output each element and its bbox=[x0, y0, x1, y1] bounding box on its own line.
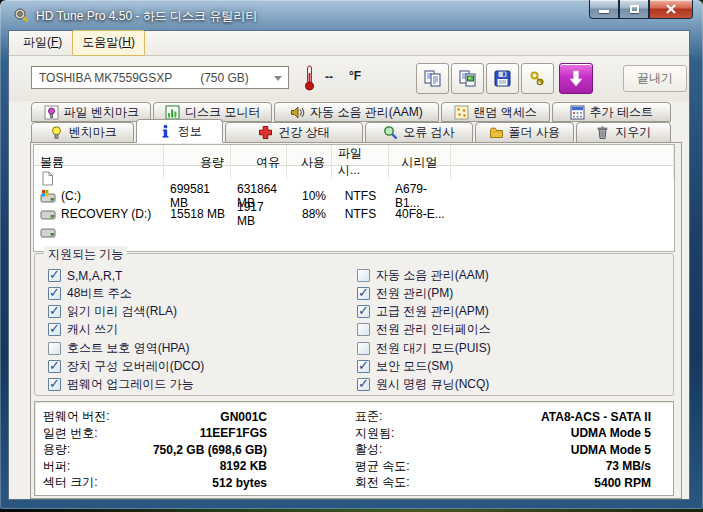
volumes-table-header: 볼륨 용량 여유 사용 파일 시... 시리얼 bbox=[34, 145, 674, 166]
checkbox[interactable] bbox=[357, 342, 370, 355]
feature-sm: 보안 모드(SM) bbox=[357, 359, 657, 374]
tab-benchmark[interactable]: 벤치마크 bbox=[31, 122, 134, 143]
details-right-column: 표준:ATA8-ACS - SATA II 지원됨:UDMA Mode 5 활성… bbox=[355, 409, 651, 490]
feature-apm: 고급 전원 관리(APM) bbox=[357, 304, 657, 319]
copy-text-button[interactable] bbox=[416, 63, 449, 94]
detail-rotation-speed: 회전 속도:5400 RPM bbox=[355, 475, 651, 490]
minimize-icon bbox=[599, 10, 609, 13]
toolbar: TOSHIBA MK7559GSXP (750 GB) -- °F bbox=[9, 57, 689, 101]
detail-average-speed: 평균 속도:73 MB/s bbox=[355, 459, 651, 474]
detail-sector-size: 섹터 크기:512 bytes bbox=[43, 475, 267, 490]
save-button[interactable] bbox=[486, 63, 519, 94]
info-icon bbox=[158, 124, 173, 139]
checkbox[interactable] bbox=[357, 323, 370, 336]
update-button[interactable] bbox=[559, 63, 593, 94]
group-title: 지원되는 기능 bbox=[44, 246, 127, 263]
detail-supported-mode: 지원됨:UDMA Mode 5 bbox=[355, 426, 651, 441]
checkbox[interactable] bbox=[48, 287, 61, 300]
tab-extra-tests[interactable]: 추가 테스트 bbox=[552, 102, 671, 122]
volume-row-extra[interactable] bbox=[34, 223, 674, 241]
tab-error-scan[interactable]: 오류 검사 bbox=[365, 122, 473, 143]
feature-ncq: 원시 명령 큐닝(NCQ) bbox=[357, 377, 657, 392]
checkbox[interactable] bbox=[48, 305, 61, 318]
checkbox[interactable] bbox=[48, 269, 61, 282]
tab-auto-acoustic-management[interactable]: 자동 소음 관리(AAM) bbox=[274, 102, 439, 122]
feature-write-cache: 캐시 쓰기 bbox=[48, 322, 338, 337]
maximize-icon bbox=[630, 5, 639, 13]
temperature-unit: °F bbox=[349, 69, 361, 83]
tab-info[interactable]: 정보 bbox=[136, 119, 223, 143]
thermometer-icon bbox=[303, 65, 316, 91]
options-icon bbox=[529, 70, 546, 87]
features-left-column: S,M,A,R,T 48비트 주소 읽기 미리 검색(RLA) 캐시 쓰기 호스… bbox=[48, 268, 338, 392]
hdtune-app-icon bbox=[13, 7, 29, 23]
copy-image-button[interactable] bbox=[451, 63, 484, 94]
tab-file-benchmark[interactable]: 파일 벤치마크 bbox=[31, 102, 151, 122]
feature-firmware-upgrade: 펌웨어 업그레이드 가능 bbox=[48, 377, 338, 392]
drive-icon bbox=[40, 225, 56, 240]
feature-pm-interface: 전원 관리 인터페이스 bbox=[357, 322, 657, 337]
tab-random-access[interactable]: 랜덤 액세스 bbox=[441, 102, 550, 122]
checkbox[interactable] bbox=[48, 378, 61, 391]
drive-select[interactable]: TOSHIBA MK7559GSXP (750 GB) bbox=[31, 66, 289, 89]
menu-item-file[interactable]: 파일(F) bbox=[13, 30, 72, 56]
feature-smart: S,M,A,R,T bbox=[48, 268, 338, 283]
feature-hpa: 호스트 보호 영역(HPA) bbox=[48, 341, 338, 356]
app-window: HD Tune Pro 4.50 - 하드 디스크 유틸리티 파일(F) 도움말… bbox=[0, 0, 703, 509]
details-left-column: 펌웨어 버전:GN001C 일련 번호:11EEF1FGS 용량:750,2 G… bbox=[43, 409, 267, 490]
folder-icon bbox=[489, 125, 504, 140]
detail-firmware: 펌웨어 버전:GN001C bbox=[43, 409, 267, 424]
volume-row-blank[interactable] bbox=[34, 169, 674, 187]
checkbox[interactable] bbox=[357, 360, 370, 373]
checkbox[interactable] bbox=[48, 323, 61, 336]
info-tab-pane: 볼륨 용량 여유 사용 파일 시... 시리얼 bbox=[30, 142, 682, 499]
save-icon bbox=[494, 70, 511, 87]
speaker-icon bbox=[290, 105, 305, 120]
exit-button[interactable]: 끝내기 bbox=[623, 65, 687, 92]
system-drive-icon bbox=[40, 189, 56, 204]
menu-item-help[interactable]: 도움말(H) bbox=[72, 30, 145, 56]
close-icon bbox=[665, 4, 677, 14]
feature-dco: 장치 구성 오버레이(DCO) bbox=[48, 359, 338, 374]
download-arrow-icon bbox=[569, 70, 583, 87]
checkbox[interactable] bbox=[48, 342, 61, 355]
title-bar: HD Tune Pro 4.50 - 하드 디스크 유틸리티 bbox=[0, 0, 703, 30]
maximize-button[interactable] bbox=[619, 0, 649, 19]
drive-capacity: (750 GB) bbox=[200, 71, 249, 85]
volumes-table: 볼륨 용량 여유 사용 파일 시... 시리얼 bbox=[33, 144, 675, 252]
copy-text-icon bbox=[424, 70, 442, 87]
options-button[interactable] bbox=[521, 63, 554, 94]
checkbox[interactable] bbox=[357, 305, 370, 318]
menu-bar: 파일(F) 도움말(H) bbox=[9, 31, 689, 56]
detail-buffer: 버퍼:8192 KB bbox=[43, 459, 267, 474]
tab-erase[interactable]: 지우기 bbox=[576, 122, 671, 143]
window-controls bbox=[589, 0, 693, 19]
tab-folder-usage[interactable]: 폴더 사용 bbox=[475, 122, 573, 143]
close-button[interactable] bbox=[649, 0, 693, 19]
client-area: 파일(F) 도움말(H) TOSHIBA MK7559GSXP (750 GB)… bbox=[8, 30, 690, 500]
detail-capacity: 용량:750,2 GB (698,6 GB) bbox=[43, 442, 267, 457]
feature-aam: 자동 소음 관리(AAM) bbox=[357, 268, 657, 283]
file-icon bbox=[40, 171, 56, 186]
disk-monitor-icon bbox=[165, 105, 180, 120]
checkbox[interactable] bbox=[357, 287, 370, 300]
checkbox[interactable] bbox=[357, 269, 370, 282]
detail-serial: 일련 번호:11EEF1FGS bbox=[43, 426, 267, 441]
trash-icon bbox=[595, 125, 610, 140]
feature-rla: 읽기 미리 검색(RLA) bbox=[48, 304, 338, 319]
checkbox[interactable] bbox=[48, 360, 61, 373]
window-title: HD Tune Pro 4.50 - 하드 디스크 유틸리티 bbox=[36, 8, 257, 25]
drive-model: TOSHIBA MK7559GSXP bbox=[39, 71, 172, 85]
volume-row-c[interactable]: (C:) 699581 MB 631864 MB 10% NTFS A679-B… bbox=[34, 187, 674, 205]
tab-health[interactable]: 건강 상태 bbox=[225, 122, 363, 143]
chevron-down-icon bbox=[274, 76, 282, 81]
supported-features-group: 지원되는 기능 S,M,A,R,T 48비트 주소 읽기 미리 검색(RLA) … bbox=[34, 253, 674, 396]
drive-icon bbox=[40, 207, 56, 222]
minimize-button[interactable] bbox=[589, 0, 619, 19]
volume-row-d[interactable]: RECOVERY (D:) 15518 MB 1917 MB 88% NTFS … bbox=[34, 205, 674, 223]
detail-standard: 표준:ATA8-ACS - SATA II bbox=[355, 409, 651, 424]
drive-details-panel: 펌웨어 버전:GN001C 일련 번호:11EEF1FGS 용량:750,2 G… bbox=[34, 401, 674, 496]
checkbox[interactable] bbox=[357, 378, 370, 391]
features-right-column: 자동 소음 관리(AAM) 전원 관리(PM) 고급 전원 관리(APM) 전원… bbox=[357, 268, 657, 392]
random-access-icon bbox=[454, 105, 469, 120]
